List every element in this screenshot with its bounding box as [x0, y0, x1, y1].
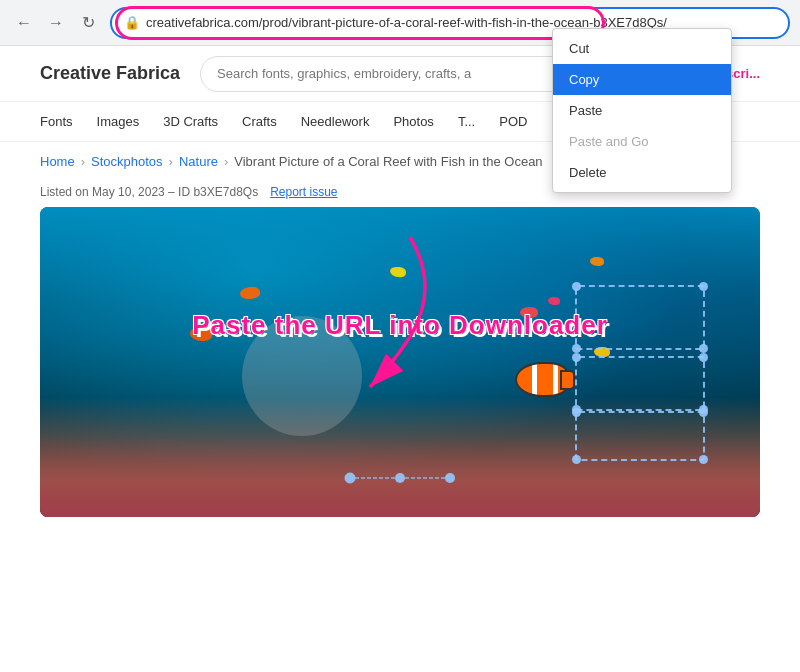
nav-images[interactable]: Images: [97, 114, 140, 129]
back-button[interactable]: ←: [10, 9, 38, 37]
nav-t[interactable]: T...: [458, 114, 475, 129]
context-menu-paste[interactable]: Paste: [553, 95, 731, 126]
main-image: Paste the URL into Downloader: [40, 207, 760, 517]
context-menu-copy[interactable]: Copy: [553, 64, 731, 95]
diagram-dot-tr-2: [699, 353, 708, 362]
overlay-text: Paste the URL into Downloader: [192, 309, 608, 340]
diagram-dot-tr-1: [699, 282, 708, 291]
nav-buttons: ← → ↻: [10, 9, 102, 37]
context-menu: Cut Copy Paste Paste and Go Delete: [552, 28, 732, 193]
context-menu-delete[interactable]: Delete: [553, 157, 731, 188]
refresh-button[interactable]: ↻: [74, 9, 102, 37]
breadcrumb-home[interactable]: Home: [40, 154, 75, 169]
nav-3dcrafts[interactable]: 3D Crafts: [163, 114, 218, 129]
diagram-box-3: [575, 411, 705, 461]
diagram-dot-br-1: [699, 344, 708, 353]
nav-photos[interactable]: Photos: [393, 114, 433, 129]
context-menu-paste-go: Paste and Go: [553, 126, 731, 157]
nav-needlework[interactable]: Needlework: [301, 114, 370, 129]
nav-pod[interactable]: POD: [499, 114, 527, 129]
diagram-dot-bl-1: [572, 344, 581, 353]
context-menu-cut[interactable]: Cut: [553, 33, 731, 64]
nav-crafts[interactable]: Crafts: [242, 114, 277, 129]
diagram-dot-tl-3: [572, 408, 581, 417]
svg-point-4: [445, 473, 455, 483]
diagram-dot-tl-2: [572, 353, 581, 362]
clownfish: [515, 362, 570, 397]
breadcrumb-sep-3: ›: [224, 154, 228, 169]
nav-fonts[interactable]: Fonts: [40, 114, 73, 129]
listing-date: Listed on May 10, 2023 – ID b3XE7d8Qs: [40, 185, 258, 199]
browser-chrome: ← → ↻ 🔒 Cut Copy Paste Paste and Go Dele…: [0, 0, 800, 46]
lock-icon: 🔒: [124, 15, 140, 30]
report-issue-link[interactable]: Report issue: [270, 185, 337, 199]
breadcrumb-sep-2: ›: [169, 154, 173, 169]
breadcrumb-nature[interactable]: Nature: [179, 154, 218, 169]
svg-point-0: [345, 473, 355, 483]
diagram-connector: [340, 458, 460, 502]
fish-pink-1: [548, 297, 560, 305]
diagram-dot-tl-1: [572, 282, 581, 291]
breadcrumb-stockphotos[interactable]: Stockphotos: [91, 154, 163, 169]
svg-point-2: [395, 473, 405, 483]
site-logo: Creative Fabrica: [40, 63, 180, 84]
breadcrumb-current: Vibrant Picture of a Coral Reef with Fis…: [234, 154, 542, 169]
diagram-box-2: [575, 356, 705, 411]
breadcrumb-sep-1: ›: [81, 154, 85, 169]
forward-button[interactable]: →: [42, 9, 70, 37]
fish-orange-2: [590, 257, 604, 266]
